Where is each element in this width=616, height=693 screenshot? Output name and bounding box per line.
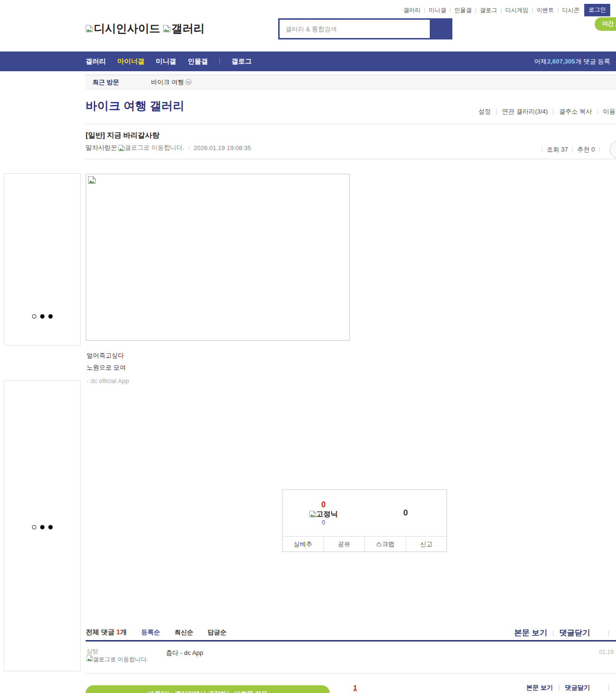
notice-banner: 바갤러는 갤러리에서 권장하는 비회원 전용 xyxy=(86,685,330,693)
gallery-header-links: 설정 연관 갤러리(3/4) 갤주소 복사 이용안내 xyxy=(478,107,616,116)
fixed-nick-count: 0 xyxy=(322,519,325,526)
comment-author: 삼탕 xyxy=(87,648,98,654)
post-body-line: 노원으로 모여 xyxy=(87,363,126,372)
broken-image-icon xyxy=(309,511,316,517)
vote-widget: 0 고정닉 0 0 실베추 공유 스크랩 신고 xyxy=(282,489,447,552)
comment-date: 01.19 xyxy=(599,649,614,655)
divider xyxy=(599,147,600,153)
link-usage-guide[interactable]: 이용안내 xyxy=(603,107,616,116)
report-button[interactable]: 신고 xyxy=(406,537,447,552)
upvote-area[interactable]: 0 고정닉 0 xyxy=(282,490,365,536)
divider xyxy=(86,640,616,642)
pagination-page-1[interactable]: 1 xyxy=(353,684,357,692)
comment-gallog-link[interactable]: 갤로그로 이동합니다. xyxy=(93,656,148,663)
divider xyxy=(86,124,616,124)
post-title: [일반] 지금 바리갈사람 xyxy=(86,128,616,140)
breadcrumb-bar: 최근 방문 바이크 여행m xyxy=(86,75,616,90)
post-image-placeholder xyxy=(86,174,350,341)
page: 갤러리 미니갤 인물갤 갤로그 디시게임 이벤트 디시콘 로그인 야간 모드 디… xyxy=(0,0,616,693)
carousel-dot-icon[interactable] xyxy=(49,314,53,319)
like-count: 추천 0 xyxy=(577,145,595,154)
sort-tab-newest[interactable]: 최신순 xyxy=(175,628,193,637)
carousel-dots[interactable] xyxy=(32,314,53,319)
comment-author-block[interactable]: 삼탕 갤로그로 이동합니다. xyxy=(87,648,154,663)
divider xyxy=(553,630,553,636)
content-column: 최근 방문 바이크 여행m 바이크 여행 갤러리 설정 연관 갤러리(3/4) … xyxy=(86,0,616,693)
comment-item: 삼탕 갤로그로 이동합니다. 춥다 - dc App 01.19 xyxy=(86,645,616,674)
carousel-dot-icon[interactable] xyxy=(40,525,45,529)
downvote-area[interactable]: 0 xyxy=(365,490,447,536)
app-signature: - dc official App xyxy=(87,377,129,385)
breadcrumb-gallery-link[interactable]: 바이크 여행m xyxy=(151,78,192,87)
sort-tab-registered[interactable]: 등록순 xyxy=(141,628,160,637)
carousel-dot-icon[interactable] xyxy=(32,314,37,319)
divider xyxy=(559,685,559,691)
carousel-dot-icon[interactable] xyxy=(32,525,37,529)
comments-header-actions: 본문 보기 댓글닫기 xyxy=(514,628,615,638)
broken-image-icon xyxy=(88,176,96,184)
broken-image-icon xyxy=(118,145,125,151)
divider xyxy=(608,685,609,691)
silbechu-button[interactable]: 실베추 xyxy=(282,537,323,552)
gallery-title[interactable]: 바이크 여행 갤러리 xyxy=(86,98,184,114)
post-author[interactable]: 말차사랑꾼 xyxy=(86,143,117,152)
carousel-dot-icon[interactable] xyxy=(49,525,53,529)
comments-total-suffix: 개 xyxy=(120,628,127,636)
divider xyxy=(542,147,542,153)
comments-footer-actions: 본문 보기 댓글달기 xyxy=(526,683,615,692)
divider xyxy=(608,630,609,636)
gallog-link[interactable]: 갤로그로 이동합니다. xyxy=(125,143,184,152)
link-settings[interactable]: 설정 xyxy=(478,107,491,116)
comments-count: 1 xyxy=(116,628,120,636)
vote-buttons: 실베추 공유 스크랩 신고 xyxy=(282,536,447,552)
fixed-nick-label: 고정닉 xyxy=(316,510,338,519)
view-post-button-bottom[interactable]: 본문 보기 xyxy=(526,683,553,692)
breadcrumb-gallery-name: 바이크 여행 xyxy=(151,78,184,86)
scrap-button[interactable]: 스크랩 xyxy=(364,537,406,552)
post-body-line: 얼어죽고싶다 xyxy=(87,351,124,360)
link-copy-gallery-url[interactable]: 갤주소 복사 xyxy=(559,107,592,116)
recent-visit-label[interactable]: 최근 방문 xyxy=(92,78,119,87)
broken-image-icon xyxy=(87,655,93,661)
upvote-count: 0 xyxy=(321,500,326,509)
minor-gallery-badge-icon: m xyxy=(185,79,192,85)
post-info: 조회 37 추천 0 xyxy=(538,141,616,159)
share-button[interactable]: 공유 xyxy=(323,537,365,552)
divider xyxy=(572,147,573,153)
divider xyxy=(597,109,598,115)
view-count: 조회 37 xyxy=(547,145,568,154)
divider xyxy=(553,109,553,115)
ad-panel-left-bottom[interactable] xyxy=(4,380,81,671)
carousel-dots[interactable] xyxy=(32,525,53,529)
close-comments-button[interactable]: 댓글닫기 xyxy=(559,628,590,638)
divider xyxy=(189,145,189,151)
view-post-button[interactable]: 본문 보기 xyxy=(514,628,547,638)
post-meta: 말차사랑꾼 갤로그로 이동합니다. 2026.01.19 19:08:35 xyxy=(86,143,251,152)
downvote-count: 0 xyxy=(403,508,408,518)
circular-nav-button[interactable] xyxy=(610,141,616,159)
ad-panel-left-top[interactable] xyxy=(4,173,81,346)
post-header: [일반] 지금 바리갈사람 말차사랑꾼 갤로그로 이동합니다. 2026.01.… xyxy=(86,128,616,159)
write-comment-button[interactable]: 댓글달기 xyxy=(565,683,590,692)
comments-total-prefix: 전체 댓글 xyxy=(86,628,116,636)
link-related-galleries[interactable]: 연관 갤러리(3/4) xyxy=(502,107,548,116)
divider xyxy=(496,109,497,115)
comment-text: 춥다 - dc App xyxy=(166,649,203,657)
carousel-dot-icon[interactable] xyxy=(40,314,45,319)
comments-total: 전체 댓글 1개 xyxy=(86,628,127,637)
post-date: 2026.01.19 19:08:35 xyxy=(193,144,251,152)
sort-tab-replies[interactable]: 답글순 xyxy=(208,628,227,637)
